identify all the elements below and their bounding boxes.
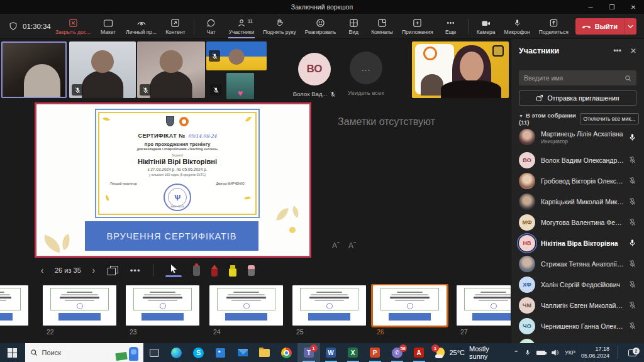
next-slide-button[interactable]: ›	[86, 265, 101, 275]
layout-button[interactable]: Макет	[95, 16, 121, 36]
video-tile-4[interactable]	[206, 41, 267, 70]
participants-button[interactable]: 11 Участники	[225, 16, 259, 36]
edge-button[interactable]	[165, 343, 187, 362]
cursor-tool-button[interactable]	[165, 264, 182, 277]
more-button[interactable]: Еще	[438, 16, 464, 36]
mic-muted-icon[interactable]	[628, 177, 636, 185]
file-explorer-button[interactable]	[253, 343, 275, 362]
volume-icon[interactable]	[551, 349, 559, 356]
participant-tile-bo[interactable]: ВО Волох Вад...	[286, 44, 343, 97]
mic-muted-icon[interactable]	[628, 280, 636, 288]
presentation-slide[interactable]: СЕРТИФІКАТ № 09/14.08-24 про проходження…	[35, 102, 311, 258]
teams-badge: 1	[310, 344, 318, 352]
notification-center-button[interactable]: 2	[624, 349, 640, 356]
weather-widget[interactable]: 1 25°C Mostly sunny	[430, 343, 510, 362]
panel-close-icon[interactable]: ✕	[630, 47, 636, 55]
participant-row[interactable]: ЧМ Чаплигін Євген Миколайович	[511, 295, 644, 315]
teams-button[interactable]: T 1	[297, 343, 319, 362]
chrome-button[interactable]	[275, 343, 297, 362]
battery-icon[interactable]	[536, 351, 545, 355]
slide-more-button[interactable]: •••	[130, 266, 141, 275]
video-tile-1[interactable]	[1, 41, 67, 98]
participant-row[interactable]: Стрижак Тетяна Анатоліївна	[511, 253, 644, 274]
react-button[interactable]: Реагировать	[301, 16, 340, 36]
private-view-button[interactable]: Личный пр...	[121, 16, 161, 36]
participant-row-current-user[interactable]: НВ Нікітіна Віра Вікторівна	[511, 233, 644, 253]
slide-thumbnail[interactable]	[0, 285, 28, 326]
chat-button[interactable]: Чат	[198, 16, 225, 36]
language-indicator[interactable]: УКР	[565, 349, 575, 356]
minimize-icon[interactable]: ─	[580, 0, 601, 14]
slide-thumbnail-22[interactable]	[43, 285, 116, 326]
excel-button[interactable]: X	[342, 343, 364, 362]
tray-mic-icon[interactable]	[525, 349, 531, 356]
highlighter-tool-button[interactable]	[229, 268, 236, 277]
participant-row[interactable]: ЧО Чернишенко Ганна Олександрі...	[511, 315, 644, 336]
participant-row[interactable]: МФ Могутова Валентина Федорівна	[511, 212, 644, 233]
acrobat-button[interactable]: A	[408, 343, 430, 362]
participant-search[interactable]	[519, 70, 636, 85]
participant-row[interactable]: Гробовод Вікторія Олександрів...	[511, 170, 644, 191]
mic-button[interactable]: Микрофон	[499, 16, 534, 36]
close-share-button[interactable]: Закрыть дос...	[51, 16, 95, 36]
leave-options-chevron[interactable]	[624, 18, 636, 35]
rooms-button[interactable]: Комнаты	[367, 16, 397, 36]
skype-button[interactable]: S	[187, 343, 209, 362]
mute-all-button[interactable]: Отключить все мик...	[580, 113, 639, 124]
video-tile-3[interactable]	[137, 41, 205, 98]
participant-row[interactable]: Карпіцький Миколай Миколай...	[511, 191, 644, 212]
view-button[interactable]: Вид	[340, 16, 367, 36]
see-all-tile[interactable]: ... Увидеть всех	[343, 44, 389, 96]
slide-thumbnail-27[interactable]	[457, 285, 511, 326]
taskbar-search[interactable]: Поиск	[25, 343, 144, 362]
send-invite-button[interactable]: Отправка приглашения	[519, 90, 636, 106]
video-tile-2[interactable]	[69, 41, 136, 98]
search-input[interactable]	[524, 74, 625, 82]
start-button[interactable]	[0, 343, 25, 362]
mic-on-icon[interactable]	[628, 133, 636, 141]
eraser-tool-button[interactable]	[248, 265, 255, 276]
slide-thumbnail-25[interactable]	[292, 285, 366, 326]
participant-row[interactable]: Мартинець Лілія АсхатівнаИнициатор	[511, 124, 644, 150]
mic-on-icon[interactable]	[628, 239, 636, 247]
panel-more-icon[interactable]: •••	[613, 47, 621, 55]
mic-muted-icon[interactable]	[628, 218, 636, 226]
powerpoint-button[interactable]: P	[364, 343, 386, 362]
content-button[interactable]: Контент	[161, 16, 190, 36]
meeting-toolbar: 01:30:34 Закрыть дос... Макет Личный пр.…	[0, 14, 644, 39]
video-tile-6[interactable]	[412, 41, 509, 98]
mail-button[interactable]	[231, 343, 253, 362]
decor-leaf	[42, 234, 64, 253]
store-button[interactable]	[209, 343, 231, 362]
apps-button[interactable]: Приложения	[397, 16, 438, 36]
raise-hand-button[interactable]: Поднять руку	[258, 16, 301, 36]
tray-expand-icon[interactable]: ⌃	[514, 349, 519, 356]
taskbar-clock[interactable]: 17:18 05.06.2024	[581, 346, 612, 360]
camera-button[interactable]: Камера	[472, 16, 500, 36]
participant-row[interactable]: ХФ Халін Сергій Федосійович	[511, 274, 644, 295]
pen-tool-button[interactable]	[211, 268, 218, 277]
mic-muted-icon[interactable]	[628, 301, 636, 309]
slide-grid-button[interactable]	[108, 266, 118, 275]
slide-thumbnail-26-active[interactable]	[373, 285, 447, 326]
font-decrease-button[interactable]: Aˇ	[348, 241, 356, 250]
participant-row[interactable]: ВО Волох Вадим Олександрович	[511, 150, 644, 170]
maximize-icon[interactable]: ❐	[601, 0, 623, 14]
share-tray-button[interactable]: Поделиться	[535, 16, 573, 36]
slide-thumbnail-23[interactable]	[126, 285, 199, 326]
font-increase-button[interactable]: Aˆ	[332, 241, 340, 250]
task-view-button[interactable]	[143, 343, 165, 362]
leave-button[interactable]: Выйти	[575, 18, 636, 35]
word-button[interactable]: W	[320, 343, 342, 362]
mic-muted-icon[interactable]	[628, 322, 636, 330]
video-tile-5[interactable]: ♥	[226, 73, 254, 99]
mic-muted-icon[interactable]	[628, 197, 636, 206]
laser-pointer-button[interactable]	[193, 265, 200, 276]
section-label[interactable]: ▼В этом собрании (11)	[519, 112, 580, 126]
mic-muted-icon[interactable]	[628, 260, 636, 268]
viber-button[interactable]: ✆ 56	[386, 343, 408, 362]
previous-slide-button[interactable]: ‹	[35, 265, 50, 275]
slide-thumbnail-24[interactable]	[209, 285, 283, 326]
mic-muted-icon[interactable]	[628, 156, 636, 164]
close-icon[interactable]: ✕	[623, 0, 644, 14]
